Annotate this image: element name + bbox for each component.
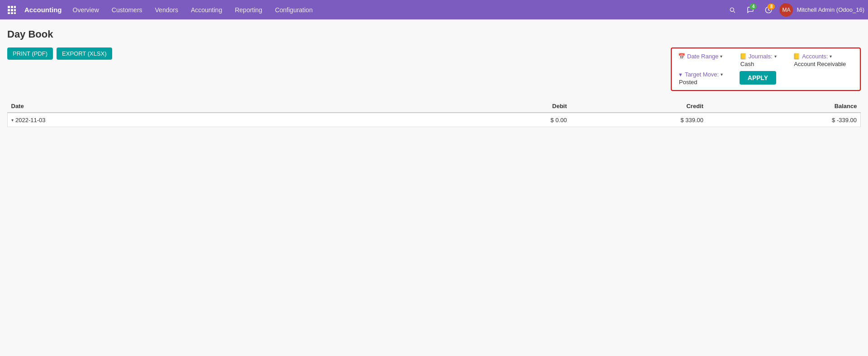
activities-badge: 8 [768,4,775,9]
svg-rect-6 [8,12,10,14]
svg-rect-5 [14,9,16,11]
date-range-filter: 📅 Date Range ▾ [678,53,730,60]
apply-button[interactable]: APPLY [740,71,776,85]
row-date[interactable]: ▾ 2022-11-03 [8,113,434,127]
accounts-value: Account Receivable [793,61,854,67]
svg-rect-3 [8,9,10,11]
accounts-button[interactable]: 📒 Accounts: ▾ [793,53,854,60]
target-move-filter: ▼ Target Move: ▾ Posted [678,71,730,85]
grid-menu-button[interactable] [4,0,20,19]
target-move-button[interactable]: ▼ Target Move: ▾ [678,71,730,78]
nav-reporting[interactable]: Reporting [228,0,269,19]
calendar-icon: 📅 [678,53,685,60]
target-move-value: Posted [678,79,730,85]
svg-rect-1 [11,6,13,8]
svg-rect-8 [14,12,16,14]
svg-rect-4 [11,9,13,11]
nav-accounting[interactable]: Accounting [185,0,228,19]
filter-box: 📅 Date Range ▾ 📒 Journals: ▾ Cash 📒 Acco… [671,47,861,91]
navbar: Accounting Overview Customers Vendors Ac… [0,0,868,19]
navbar-right: 4 8 MA Mitchell Admin (Odoo_16) [725,3,864,17]
journals-value: Cash [740,61,784,67]
row-credit: $ 339.00 [570,113,707,127]
export-xlsx-button[interactable]: EXPORT (XLSX) [57,47,112,60]
nav-overview[interactable]: Overview [66,0,105,19]
nav-customers[interactable]: Customers [105,0,149,19]
col-credit: Credit [570,100,707,113]
user-name[interactable]: Mitchell Admin (Odoo_16) [797,6,864,13]
apply-container: APPLY [740,71,784,85]
messages-button[interactable]: 4 [743,3,758,17]
journals-filter: 📒 Journals: ▾ Cash [740,53,784,67]
navbar-menu: Overview Customers Vendors Accounting Re… [66,0,726,19]
col-debit: Debit [434,100,571,113]
journal-icon: 📒 [740,53,747,60]
svg-rect-2 [14,6,16,8]
search-button[interactable] [725,3,740,17]
col-date: Date [8,100,434,113]
nav-vendors[interactable]: Vendors [149,0,185,19]
row-balance: $ -339.00 [707,113,860,127]
messages-badge: 4 [749,4,757,9]
page-title: Day Book [7,28,861,40]
toolbar: PRINT (PDF) EXPORT (XLSX) 📅 Date Range ▾… [7,47,861,91]
accounts-filter: 📒 Accounts: ▾ Account Receivable [793,53,854,67]
app-name: Accounting [20,6,66,14]
page-content: Day Book PRINT (PDF) EXPORT (XLSX) 📅 Dat… [0,19,868,356]
svg-rect-0 [8,6,10,8]
print-pdf-button[interactable]: PRINT (PDF) [7,47,53,60]
nav-configuration[interactable]: Configuration [269,0,319,19]
row-debit: $ 0.00 [434,113,571,127]
table-row: ▾ 2022-11-03 $ 0.00 $ 339.00 $ -339.00 [8,113,861,127]
col-balance: Balance [707,100,860,113]
accounts-icon: 📒 [793,53,800,60]
filter-icon: ▼ [678,72,683,77]
row-arrow: ▾ [11,118,14,123]
row-toggle[interactable]: ▾ 2022-11-03 [11,117,46,123]
toolbar-left: PRINT (PDF) EXPORT (XLSX) [7,47,112,60]
report-table: Date Debit Credit Balance ▾ 2022-11-03 $… [7,100,861,127]
svg-rect-7 [11,12,13,14]
avatar[interactable]: MA [779,3,793,17]
journals-button[interactable]: 📒 Journals: ▾ [740,53,784,60]
date-range-button[interactable]: 📅 Date Range ▾ [678,53,730,60]
activities-button[interactable]: 8 [761,3,776,17]
